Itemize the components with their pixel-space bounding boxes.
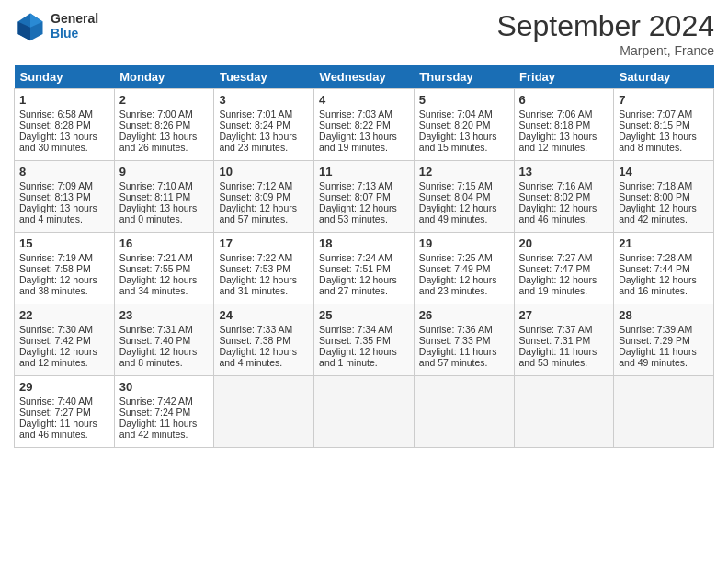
day-9: 9 Sunrise: 7:10 AM Sunset: 8:11 PM Dayli…	[114, 161, 214, 233]
col-saturday: Saturday	[614, 65, 714, 89]
empty-cell-4	[514, 376, 614, 448]
week-2: 8 Sunrise: 7:09 AM Sunset: 8:13 PM Dayli…	[15, 161, 714, 233]
day-22: 22 Sunrise: 7:30 AM Sunset: 7:42 PM Dayl…	[15, 304, 115, 376]
day-28: 28 Sunrise: 7:39 AM Sunset: 7:29 PM Dayl…	[614, 304, 714, 376]
col-thursday: Thursday	[414, 65, 514, 89]
col-friday: Friday	[514, 65, 614, 89]
day-23: 23 Sunrise: 7:31 AM Sunset: 7:40 PM Dayl…	[114, 304, 214, 376]
empty-cell-3	[414, 376, 514, 448]
week-4: 22 Sunrise: 7:30 AM Sunset: 7:42 PM Dayl…	[15, 304, 714, 376]
logo-line2: Blue	[51, 26, 98, 40]
day-8: 8 Sunrise: 7:09 AM Sunset: 8:13 PM Dayli…	[15, 161, 115, 233]
main-container: General Blue September 2024 Marpent, Fra…	[0, 0, 728, 457]
day-17: 17 Sunrise: 7:22 AM Sunset: 7:53 PM Dayl…	[214, 233, 314, 304]
day-13: 13 Sunrise: 7:16 AM Sunset: 8:02 PM Dayl…	[514, 161, 614, 233]
logo-line1: General	[51, 11, 98, 26]
title-section: September 2024 Marpent, France	[496, 9, 714, 58]
week-3: 15 Sunrise: 7:19 AM Sunset: 7:58 PM Dayl…	[15, 233, 714, 304]
header: General Blue September 2024 Marpent, Fra…	[14, 9, 714, 58]
empty-cell-2	[314, 376, 415, 448]
day-24: 24 Sunrise: 7:33 AM Sunset: 7:38 PM Dayl…	[214, 304, 314, 376]
location: Marpent, France	[496, 43, 714, 58]
col-monday: Monday	[114, 65, 214, 89]
col-tuesday: Tuesday	[214, 65, 314, 89]
col-sunday: Sunday	[15, 65, 115, 89]
day-10: 10 Sunrise: 7:12 AM Sunset: 8:09 PM Dayl…	[214, 161, 314, 233]
day-15: 15 Sunrise: 7:19 AM Sunset: 7:58 PM Dayl…	[15, 233, 115, 304]
day-25: 25 Sunrise: 7:34 AM Sunset: 7:35 PM Dayl…	[314, 304, 415, 376]
day-29: 29 Sunrise: 7:40 AM Sunset: 7:27 PM Dayl…	[15, 376, 115, 448]
day-3: 3 Sunrise: 7:01 AM Sunset: 8:24 PM Dayli…	[214, 89, 314, 161]
day-1: 1 Sunrise: 6:58 AM Sunset: 8:28 PM Dayli…	[15, 89, 115, 161]
empty-cell-1	[214, 376, 314, 448]
day-18: 18 Sunrise: 7:24 AM Sunset: 7:51 PM Dayl…	[314, 233, 415, 304]
day-5: 5 Sunrise: 7:04 AM Sunset: 8:20 PM Dayli…	[414, 89, 514, 161]
day-4: 4 Sunrise: 7:03 AM Sunset: 8:22 PM Dayli…	[314, 89, 415, 161]
logo-icon	[14, 9, 47, 42]
logo-text: General Blue	[51, 11, 98, 40]
month-title: September 2024	[496, 9, 714, 43]
day-27: 27 Sunrise: 7:37 AM Sunset: 7:31 PM Dayl…	[514, 304, 614, 376]
day-2: 2 Sunrise: 7:00 AM Sunset: 8:26 PM Dayli…	[114, 89, 214, 161]
day-6: 6 Sunrise: 7:06 AM Sunset: 8:18 PM Dayli…	[514, 89, 614, 161]
logo: General Blue	[14, 9, 98, 42]
empty-cell-5	[614, 376, 714, 448]
day-16: 16 Sunrise: 7:21 AM Sunset: 7:55 PM Dayl…	[114, 233, 214, 304]
day-14: 14 Sunrise: 7:18 AM Sunset: 8:00 PM Dayl…	[614, 161, 714, 233]
day-12: 12 Sunrise: 7:15 AM Sunset: 8:04 PM Dayl…	[414, 161, 514, 233]
day-11: 11 Sunrise: 7:13 AM Sunset: 8:07 PM Dayl…	[314, 161, 415, 233]
day-21: 21 Sunrise: 7:28 AM Sunset: 7:44 PM Dayl…	[614, 233, 714, 304]
day-26: 26 Sunrise: 7:36 AM Sunset: 7:33 PM Dayl…	[414, 304, 514, 376]
day-30: 30 Sunrise: 7:42 AM Sunset: 7:24 PM Dayl…	[114, 376, 214, 448]
day-19: 19 Sunrise: 7:25 AM Sunset: 7:49 PM Dayl…	[414, 233, 514, 304]
col-wednesday: Wednesday	[314, 65, 415, 89]
week-1: 1 Sunrise: 6:58 AM Sunset: 8:28 PM Dayli…	[15, 89, 714, 161]
day-7: 7 Sunrise: 7:07 AM Sunset: 8:15 PM Dayli…	[614, 89, 714, 161]
week-5: 29 Sunrise: 7:40 AM Sunset: 7:27 PM Dayl…	[15, 376, 714, 448]
day-20: 20 Sunrise: 7:27 AM Sunset: 7:47 PM Dayl…	[514, 233, 614, 304]
header-row: Sunday Monday Tuesday Wednesday Thursday…	[15, 65, 714, 89]
calendar-table: Sunday Monday Tuesday Wednesday Thursday…	[14, 65, 714, 448]
